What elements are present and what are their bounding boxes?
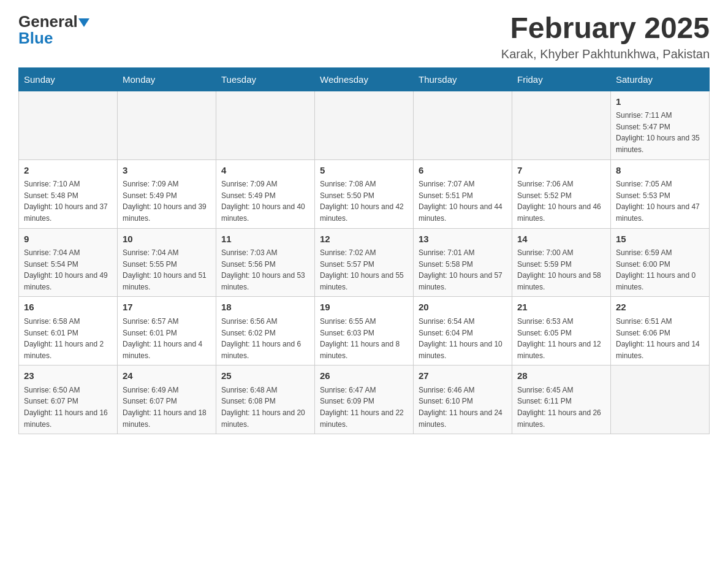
table-row bbox=[414, 91, 512, 159]
day-number: 3 bbox=[123, 164, 211, 178]
header-friday: Friday bbox=[512, 67, 611, 91]
calendar-week-4: 16Sunrise: 6:58 AMSunset: 6:01 PMDayligh… bbox=[19, 297, 710, 366]
table-row: 8Sunrise: 7:05 AMSunset: 5:53 PMDaylight… bbox=[611, 159, 710, 228]
table-row: 16Sunrise: 6:58 AMSunset: 6:01 PMDayligh… bbox=[19, 297, 118, 366]
day-number: 17 bbox=[123, 301, 211, 315]
day-info: Sunrise: 6:55 AMSunset: 6:03 PMDaylight:… bbox=[320, 316, 408, 361]
day-info: Sunrise: 7:03 AMSunset: 5:56 PMDaylight:… bbox=[221, 247, 309, 293]
day-number: 12 bbox=[320, 232, 408, 247]
table-row: 22Sunrise: 6:51 AMSunset: 6:06 PMDayligh… bbox=[611, 297, 710, 366]
calendar-body: 1Sunrise: 7:11 AMSunset: 5:47 PMDaylight… bbox=[19, 91, 710, 434]
table-row bbox=[216, 91, 315, 159]
day-number: 27 bbox=[419, 369, 507, 383]
day-number: 9 bbox=[24, 232, 112, 247]
calendar-week-5: 23Sunrise: 6:50 AMSunset: 6:07 PMDayligh… bbox=[19, 366, 710, 434]
day-number: 4 bbox=[221, 164, 309, 178]
table-row: 9Sunrise: 7:04 AMSunset: 5:54 PMDaylight… bbox=[19, 228, 118, 297]
page-header: General Blue February 2025 Karak, Khyber… bbox=[18, 12, 710, 61]
table-row: 17Sunrise: 6:57 AMSunset: 6:01 PMDayligh… bbox=[118, 297, 216, 366]
day-number: 25 bbox=[221, 369, 309, 383]
day-info: Sunrise: 7:07 AMSunset: 5:51 PMDaylight:… bbox=[419, 178, 507, 224]
title-block: February 2025 Karak, Khyber Pakhtunkhwa,… bbox=[501, 12, 710, 61]
table-row: 6Sunrise: 7:07 AMSunset: 5:51 PMDaylight… bbox=[414, 159, 512, 228]
table-row bbox=[315, 91, 414, 159]
day-number: 10 bbox=[123, 232, 211, 247]
day-info: Sunrise: 7:04 AMSunset: 5:55 PMDaylight:… bbox=[123, 247, 211, 293]
day-number: 14 bbox=[517, 232, 605, 247]
table-row: 3Sunrise: 7:09 AMSunset: 5:49 PMDaylight… bbox=[118, 159, 216, 228]
table-row: 20Sunrise: 6:54 AMSunset: 6:04 PMDayligh… bbox=[414, 297, 512, 366]
logo-blue-text: Blue bbox=[18, 29, 53, 48]
calendar-table: Sunday Monday Tuesday Wednesday Thursday… bbox=[18, 67, 710, 434]
day-number: 24 bbox=[123, 369, 211, 383]
day-info: Sunrise: 6:46 AMSunset: 6:10 PMDaylight:… bbox=[419, 385, 507, 430]
day-info: Sunrise: 6:48 AMSunset: 6:08 PMDaylight:… bbox=[221, 385, 309, 430]
table-row: 2Sunrise: 7:10 AMSunset: 5:48 PMDaylight… bbox=[19, 159, 118, 228]
table-row: 26Sunrise: 6:47 AMSunset: 6:09 PMDayligh… bbox=[315, 366, 414, 434]
day-info: Sunrise: 7:08 AMSunset: 5:50 PMDaylight:… bbox=[320, 178, 408, 224]
day-info: Sunrise: 7:00 AMSunset: 5:59 PMDaylight:… bbox=[517, 247, 605, 293]
table-row: 13Sunrise: 7:01 AMSunset: 5:58 PMDayligh… bbox=[414, 228, 512, 297]
day-info: Sunrise: 7:10 AMSunset: 5:48 PMDaylight:… bbox=[24, 178, 112, 224]
header-sunday: Sunday bbox=[19, 67, 118, 91]
table-row: 27Sunrise: 6:46 AMSunset: 6:10 PMDayligh… bbox=[414, 366, 512, 434]
day-number: 23 bbox=[24, 369, 112, 383]
calendar-header: Sunday Monday Tuesday Wednesday Thursday… bbox=[19, 67, 710, 91]
day-info: Sunrise: 7:09 AMSunset: 5:49 PMDaylight:… bbox=[123, 178, 211, 224]
day-number: 13 bbox=[419, 232, 507, 247]
day-number: 8 bbox=[616, 164, 704, 178]
table-row: 12Sunrise: 7:02 AMSunset: 5:57 PMDayligh… bbox=[315, 228, 414, 297]
table-row: 14Sunrise: 7:00 AMSunset: 5:59 PMDayligh… bbox=[512, 228, 611, 297]
calendar-week-3: 9Sunrise: 7:04 AMSunset: 5:54 PMDaylight… bbox=[19, 228, 710, 297]
day-info: Sunrise: 6:53 AMSunset: 6:05 PMDaylight:… bbox=[517, 316, 605, 361]
header-monday: Monday bbox=[118, 67, 216, 91]
day-number: 28 bbox=[517, 369, 605, 383]
day-number: 6 bbox=[419, 164, 507, 178]
day-number: 20 bbox=[419, 301, 507, 315]
day-info: Sunrise: 7:11 AMSunset: 5:47 PMDaylight:… bbox=[616, 110, 704, 155]
table-row: 1Sunrise: 7:11 AMSunset: 5:47 PMDaylight… bbox=[611, 91, 710, 159]
day-number: 2 bbox=[24, 164, 112, 178]
table-row: 24Sunrise: 6:49 AMSunset: 6:07 PMDayligh… bbox=[118, 366, 216, 434]
day-number: 19 bbox=[320, 301, 408, 315]
header-saturday: Saturday bbox=[611, 67, 710, 91]
page-title: February 2025 bbox=[501, 12, 710, 45]
header-wednesday: Wednesday bbox=[315, 67, 414, 91]
day-info: Sunrise: 7:09 AMSunset: 5:49 PMDaylight:… bbox=[221, 178, 309, 224]
header-thursday: Thursday bbox=[414, 67, 512, 91]
day-info: Sunrise: 6:50 AMSunset: 6:07 PMDaylight:… bbox=[24, 385, 112, 430]
day-number: 1 bbox=[616, 95, 704, 109]
table-row: 25Sunrise: 6:48 AMSunset: 6:08 PMDayligh… bbox=[216, 366, 315, 434]
logo: General Blue bbox=[18, 12, 89, 48]
day-number: 21 bbox=[517, 301, 605, 315]
calendar-week-1: 1Sunrise: 7:11 AMSunset: 5:47 PMDaylight… bbox=[19, 91, 710, 159]
table-row: 28Sunrise: 6:45 AMSunset: 6:11 PMDayligh… bbox=[512, 366, 611, 434]
day-info: Sunrise: 7:04 AMSunset: 5:54 PMDaylight:… bbox=[24, 247, 112, 293]
day-info: Sunrise: 6:59 AMSunset: 6:00 PMDaylight:… bbox=[616, 247, 704, 293]
logo-triangle-icon bbox=[78, 18, 89, 27]
day-info: Sunrise: 6:51 AMSunset: 6:06 PMDaylight:… bbox=[616, 316, 704, 361]
day-info: Sunrise: 6:49 AMSunset: 6:07 PMDaylight:… bbox=[123, 385, 211, 430]
day-info: Sunrise: 6:57 AMSunset: 6:01 PMDaylight:… bbox=[123, 316, 211, 361]
table-row: 10Sunrise: 7:04 AMSunset: 5:55 PMDayligh… bbox=[118, 228, 216, 297]
day-info: Sunrise: 7:06 AMSunset: 5:52 PMDaylight:… bbox=[517, 178, 605, 224]
day-number: 22 bbox=[616, 301, 704, 315]
day-info: Sunrise: 7:05 AMSunset: 5:53 PMDaylight:… bbox=[616, 178, 704, 224]
table-row bbox=[19, 91, 118, 159]
table-row: 7Sunrise: 7:06 AMSunset: 5:52 PMDaylight… bbox=[512, 159, 611, 228]
table-row: 18Sunrise: 6:56 AMSunset: 6:02 PMDayligh… bbox=[216, 297, 315, 366]
day-info: Sunrise: 6:56 AMSunset: 6:02 PMDaylight:… bbox=[221, 316, 309, 361]
day-info: Sunrise: 7:01 AMSunset: 5:58 PMDaylight:… bbox=[419, 247, 507, 293]
day-number: 11 bbox=[221, 232, 309, 247]
table-row bbox=[512, 91, 611, 159]
day-number: 18 bbox=[221, 301, 309, 315]
header-tuesday: Tuesday bbox=[216, 67, 315, 91]
day-number: 16 bbox=[24, 301, 112, 315]
day-info: Sunrise: 7:02 AMSunset: 5:57 PMDaylight:… bbox=[320, 247, 408, 293]
table-row: 23Sunrise: 6:50 AMSunset: 6:07 PMDayligh… bbox=[19, 366, 118, 434]
day-number: 5 bbox=[320, 164, 408, 178]
day-info: Sunrise: 6:45 AMSunset: 6:11 PMDaylight:… bbox=[517, 385, 605, 430]
day-info: Sunrise: 6:58 AMSunset: 6:01 PMDaylight:… bbox=[24, 316, 112, 361]
table-row: 19Sunrise: 6:55 AMSunset: 6:03 PMDayligh… bbox=[315, 297, 414, 366]
table-row: 15Sunrise: 6:59 AMSunset: 6:00 PMDayligh… bbox=[611, 228, 710, 297]
